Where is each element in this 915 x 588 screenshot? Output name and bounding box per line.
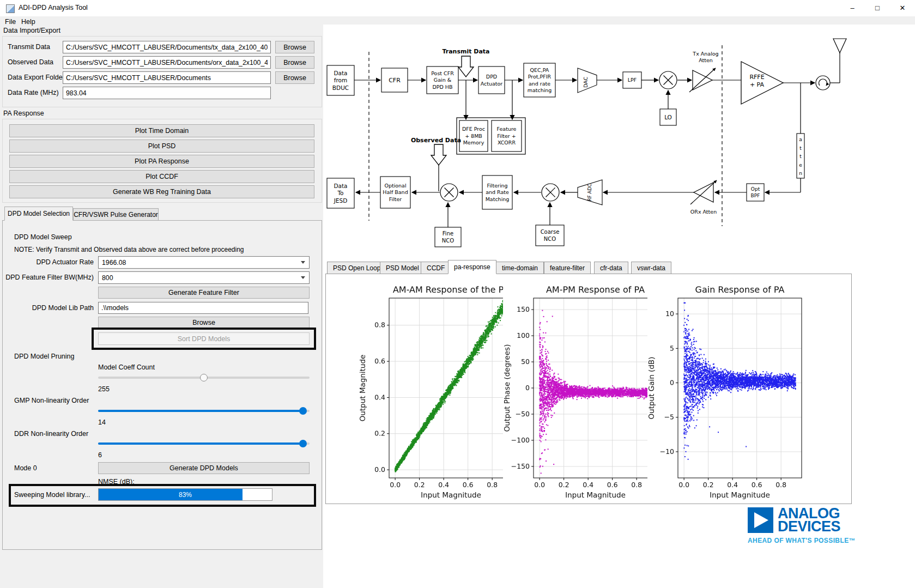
logo-tagline: AHEAD OF WHAT'S POSSIBLE™ [748,537,862,544]
observed-data-input[interactable] [63,56,271,69]
observed-data-arrow [431,144,446,165]
svg-text:Optional: Optional [384,183,406,189]
transmit-data-label: Transmit Data [8,43,50,51]
generate-dpd-models-button[interactable]: Generate DPD Models [98,462,310,474]
tab-psd-open-loop[interactable]: PSD Open Loop [327,262,386,274]
svg-text:RF ADC: RF ADC [587,184,592,201]
rx-coarse-mixer-icon [542,184,559,201]
svg-text:LO: LO [664,114,672,120]
tab-psd-model[interactable]: PSD Model [380,262,425,274]
slider-thumb[interactable] [299,440,307,447]
svg-text:t: t [799,154,802,159]
svg-text:Opt: Opt [751,186,760,192]
svg-text:CFR: CFR [389,77,401,84]
transmit-data-label: Transmit Data [442,48,489,55]
rx-fine-mixer-icon [440,184,458,201]
svg-text:BDUC: BDUC [332,84,349,91]
dpd-actuator-rate-select[interactable]: 1966.08 [98,256,310,269]
tx-analog-atten-label: Tx AnalogAtten [692,51,718,63]
svg-text:e: e [799,162,802,168]
adi-triangle-icon [748,507,773,533]
app-icon [6,4,15,13]
tab-pa-response[interactable]: pa-response [448,260,496,274]
rf-adc-label: RF ADC [587,184,592,201]
rffe-pa-label: RFFE+ PA [749,74,764,88]
sort-dpd-models-button[interactable]: Sort DPD Models [98,332,310,345]
svg-text:Filtering: Filtering [487,183,507,189]
circulator-icon [816,76,830,90]
svg-text:Prot,PFIR: Prot,PFIR [528,74,552,80]
export-folder-browse-button[interactable]: Browse [275,71,314,84]
menu-help[interactable]: Help [19,17,38,26]
lo-box: LO [660,109,676,125]
svg-text:n: n [799,171,802,176]
chevron-down-icon [301,261,305,264]
tx-atten-amp-icon [689,68,716,92]
svg-text:and rate: and rate [529,81,550,87]
svg-text:a: a [799,137,802,142]
tab-dpd-model-selection[interactable]: DPD Model Selection [4,207,73,221]
dpd-system-block-diagram: DatafromBDUCCFRPost CFRGain &DPD HBDPDAc… [324,25,915,260]
data-rate-input[interactable] [63,87,271,99]
dac-label: DAC [583,77,589,88]
svg-text:Gain &: Gain & [434,77,452,83]
generate-wb-reg-training-button[interactable]: Generate WB Reg Training Data [9,185,314,198]
svg-text:QEC,PA: QEC,PA [530,67,549,73]
slider-fill [98,410,303,412]
tab-cfr-vswr-pulse-generator[interactable]: CFR/VSWR Pulse Generator [73,208,159,221]
svg-text:RFFE: RFFE [749,74,764,81]
svg-text:t: t [799,146,802,151]
gmp-order-label: GMP Non-linearity Order [14,397,89,404]
plot-pa-response-button[interactable]: Plot PA Response [9,155,314,168]
logo-line2: DEVICES [778,520,840,533]
gmp-order-value: 14 [98,419,106,426]
ddr-order-slider[interactable] [98,439,310,448]
cfr-box: CFR [381,68,408,92]
feature-bw-label: DPD Feature Filter BW(MHz) [4,274,94,281]
pa-response-plot-panel [325,274,852,504]
filtering-rate-matching-box: Filteringand RateMatching [482,175,512,209]
svg-text:Tx Analog: Tx Analog [692,51,718,57]
observed-browse-button[interactable]: Browse [275,56,314,69]
tab-feature-filter[interactable]: feature-filter [544,262,591,274]
minimize-button[interactable]: – [840,0,865,16]
transmit-data-input[interactable] [63,41,271,53]
plot-time-domain-button[interactable]: Plot Time Domain [9,124,314,137]
plot-ccdf-button[interactable]: Plot CCDF [9,170,314,183]
tab-ccdf[interactable]: CCDF [421,262,451,274]
menu-file[interactable]: File [2,17,19,26]
tab-vswr-data[interactable]: vswr-data [631,262,671,274]
sweep-status-label: Sweeping Model library... [14,491,90,499]
svg-text:and Rate: and Rate [486,189,509,195]
export-folder-input[interactable] [63,71,271,84]
maximize-button[interactable]: □ [865,0,890,16]
transmit-browse-button[interactable]: Browse [275,41,314,53]
tab-time-domain[interactable]: time-domain [496,262,544,274]
model-coeff-count-slider[interactable] [98,373,310,382]
am-am-response-chart [359,284,517,501]
dpd-feature-filter-bw-select[interactable]: 800 [98,271,310,284]
tab-cfr-data[interactable]: cfr-data [594,262,628,274]
svg-text:DPD HB: DPD HB [432,84,452,90]
svg-text:NCO: NCO [442,238,454,244]
svg-text:Filter: Filter [389,196,402,202]
generate-feature-filter-button[interactable]: Generate Feature Filter [98,287,310,299]
slider-thumb[interactable] [299,407,307,415]
window-title: ADI-DPD Analysis Tool [19,4,88,11]
coeff-count-value: 255 [98,385,110,393]
pa-response-caption: PA Response [3,110,44,117]
plot-psd-button[interactable]: Plot PSD [9,140,314,153]
close-button[interactable]: ✕ [890,0,915,16]
fine-nco-box: FineNCO [435,227,461,247]
coeff-count-label: Model Coeff Count [98,363,155,371]
lib-path-browse-button[interactable]: Browse [98,317,310,329]
svg-text:Filter +: Filter + [497,133,516,139]
slider-thumb[interactable] [200,374,208,381]
svg-text:DAC: DAC [583,77,589,88]
gmp-order-slider[interactable] [98,407,310,415]
analog-devices-logo: ANALOG DEVICES AHEAD OF WHAT'S POSSIBLE™ [748,507,862,544]
model-lib-path-input[interactable] [98,302,308,314]
am-pm-response-chart [503,284,661,501]
svg-text:Observed Data: Observed Data [411,137,461,144]
data-from-bduc-box: DatafromBDUC [327,65,354,95]
